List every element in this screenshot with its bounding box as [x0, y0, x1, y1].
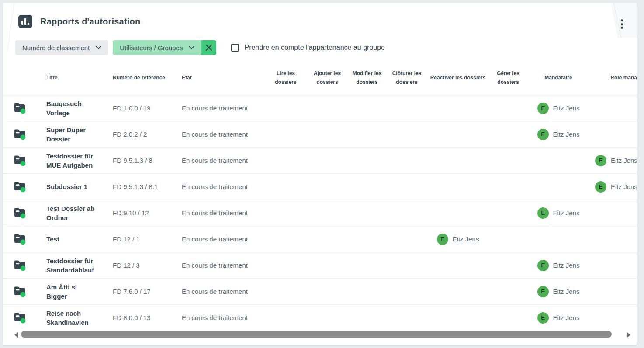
table-row[interactable]: Test FD 12 / 1 En cours de traitement EE… [3, 226, 637, 252]
folder-status-icon [14, 286, 27, 298]
user-avatar: E [595, 181, 606, 193]
folder-status-icon [14, 128, 27, 141]
dossier-status: En cours de traitement [182, 262, 248, 269]
user-assignment: EEitz Jens [537, 129, 580, 140]
column-header-close: Clôturer les dossiers [385, 69, 428, 87]
bar-chart-icon [18, 15, 32, 28]
folder-status-icon [14, 102, 27, 114]
dossier-status: En cours de traitement [182, 209, 248, 217]
table-row[interactable]: Am Ätti si Bigger FD 7.6.0 / 17 En cours… [3, 278, 637, 304]
column-header-manage: Gérer les dossiers [488, 69, 529, 87]
panel-header: Rapports d'autorisation [18, 15, 140, 28]
group-membership-option: Prendre en compte l'appartenance au grou… [231, 44, 385, 52]
dossier-reference: FD 1.0.0 / 19 [113, 104, 151, 112]
dossier-reference: FD 9.10 / 12 [113, 209, 149, 217]
user-assignment: EEitz Jens [537, 103, 580, 114]
authorization-reports-panel: Rapports d'autorisation Numéro de classe… [3, 3, 637, 345]
table-row[interactable]: Test Dossier ab Ordner FD 9.10 / 12 En c… [3, 200, 637, 226]
user-name: Eitz Jens [611, 183, 637, 190]
user-name: Eitz Jens [553, 314, 580, 321]
dossier-status: En cours de traitement [182, 104, 248, 112]
user-avatar: E [437, 234, 448, 245]
folder-status-icon [14, 259, 27, 272]
folder-status-icon [14, 181, 27, 193]
dossier-reference: FD 7.6.0 / 17 [113, 288, 151, 295]
dossier-reference: FD 12 / 3 [113, 262, 140, 269]
dossier-title: Subdossier 1 [46, 182, 95, 191]
user-assignment: EEitz Jens [537, 286, 580, 297]
user-avatar: E [537, 260, 549, 271]
dossier-status: En cours de traitement [182, 288, 248, 295]
user-avatar: E [537, 129, 549, 140]
dossier-title: Baugesuch Vorlage [46, 99, 95, 117]
dossier-title: Test Dossier ab Ordner [46, 204, 95, 222]
user-avatar: E [537, 286, 549, 297]
folder-status-icon [14, 233, 27, 245]
dossier-reference: FD 2.0.2 / 2 [113, 131, 147, 138]
user-avatar: E [537, 207, 549, 219]
user-assignment: EEitz Jens [537, 312, 580, 324]
user-assignment: EEitz Jens [437, 234, 479, 245]
chevron-down-icon [96, 46, 101, 49]
users-groups-dropdown[interactable]: Utilisateurs / Groupes [113, 40, 201, 55]
dossier-reference: FD 8.0.0 / 13 [113, 314, 151, 321]
table-header-row: Titre Numéro de référence Etat Lire les … [3, 61, 637, 95]
user-avatar: E [595, 155, 606, 166]
table-row[interactable]: Super Duper Dossier FD 2.0.2 / 2 En cour… [3, 121, 637, 147]
dossier-reference: FD 9.5.1.3 / 8.1 [113, 183, 158, 190]
column-header-mandataire: Mandataire [529, 74, 588, 83]
user-avatar: E [537, 103, 549, 114]
authorization-table: Titre Numéro de référence Etat Lire les … [3, 61, 637, 331]
chevron-down-icon [189, 46, 194, 49]
filter-bar: Numéro de classement Utilisateurs / Grou… [15, 40, 385, 55]
classification-dropdown-label: Numéro de classement [22, 44, 90, 52]
user-name: Eitz Jens [553, 288, 580, 295]
table-row[interactable]: Baugesuch Vorlage FD 1.0.0 / 19 En cours… [3, 95, 637, 121]
table-row[interactable]: Testdossier für MUE Aufgaben FD 9.5.1.3 … [3, 147, 637, 173]
table-row[interactable]: Testdossier für Standardablauf FD 12 / 3… [3, 252, 637, 278]
close-x-icon[interactable] [201, 40, 216, 55]
table-body: Baugesuch Vorlage FD 1.0.0 / 19 En cours… [3, 95, 637, 331]
dossier-status: En cours de traitement [182, 131, 248, 138]
column-header-title: Titre [46, 74, 113, 83]
user-assignment: EEitz Jens [595, 155, 637, 166]
column-header-reactivate: Réactiver les dossiers [428, 74, 488, 83]
scrollbar-thumb[interactable] [21, 331, 612, 338]
classification-dropdown[interactable]: Numéro de classement [15, 40, 108, 55]
decorative-diagonal-left [7, 3, 14, 51]
dossier-title: Am Ätti si Bigger [46, 283, 95, 301]
user-assignment: EEitz Jens [595, 181, 637, 193]
dossier-status: En cours de traitement [182, 235, 248, 243]
column-header-status: Etat [182, 74, 266, 83]
users-groups-dropdown-label: Utilisateurs / Groupes [120, 44, 183, 52]
dossier-status: En cours de traitement [182, 314, 248, 321]
dossier-reference: FD 12 / 1 [113, 235, 140, 243]
page-title: Rapports d'autorisation [40, 17, 140, 27]
user-assignment: EEitz Jens [537, 207, 580, 219]
table-row[interactable]: Reise nach Skandinavien FD 8.0.0 / 13 En… [3, 304, 637, 331]
horizontal-scrollbar [3, 331, 637, 340]
scroll-right-arrow-icon[interactable] [627, 332, 630, 338]
user-name: Eitz Jens [553, 104, 580, 112]
dossier-title: Testdossier für MUE Aufgaben [46, 152, 95, 170]
scroll-left-arrow-icon[interactable] [14, 332, 18, 338]
group-membership-checkbox[interactable] [231, 44, 239, 52]
user-name: Eitz Jens [553, 131, 580, 138]
table-row[interactable]: Subdossier 1 FD 9.5.1.3 / 8.1 En cours d… [3, 173, 637, 200]
dossier-title: Test [46, 234, 95, 244]
dossier-reference: FD 9.5.1.3 / 8 [113, 157, 152, 164]
folder-status-icon [14, 207, 27, 219]
group-membership-label: Prendre en compte l'appartenance au grou… [244, 44, 385, 52]
column-header-add: Ajouter les dossiers [306, 69, 349, 87]
dossier-title: Testdossier für Standardablauf [46, 256, 95, 275]
dossier-status: En cours de traitement [182, 157, 248, 164]
column-header-reference: Numéro de référence [113, 74, 182, 83]
folder-status-icon [14, 312, 27, 324]
column-header-role-manager: Role manager [588, 74, 637, 83]
user-avatar: E [537, 312, 549, 324]
dossier-title: Reise nach Skandinavien [46, 309, 95, 327]
kebab-menu-icon[interactable] [618, 18, 625, 30]
folder-status-icon [14, 155, 27, 167]
user-name: Eitz Jens [611, 157, 637, 164]
column-header-modify: Modifier les dossiers [349, 69, 385, 87]
